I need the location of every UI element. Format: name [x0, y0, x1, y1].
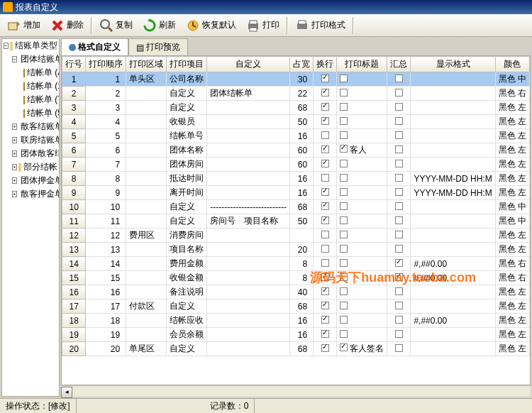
- cell-color[interactable]: 黑色 左: [495, 172, 529, 186]
- cell-item[interactable]: 项目名称: [167, 243, 207, 257]
- cell-width[interactable]: 16: [290, 172, 314, 186]
- cell-sum[interactable]: [387, 342, 411, 356]
- cell-width[interactable]: 68: [290, 200, 314, 214]
- cell-break[interactable]: [314, 342, 337, 356]
- cell-order[interactable]: 16: [86, 285, 126, 299]
- cell-color[interactable]: 黑色 左: [495, 101, 529, 115]
- checkbox[interactable]: [340, 231, 348, 238]
- tree-node[interactable]: +团体散客结账单: [2, 147, 59, 160]
- cell-break[interactable]: [314, 72, 337, 87]
- cell-custom[interactable]: [207, 143, 290, 158]
- cell-color[interactable]: 黑色 左: [495, 158, 529, 172]
- cell-area[interactable]: [126, 143, 167, 158]
- checkbox[interactable]: [321, 89, 329, 97]
- cell-order[interactable]: 3: [86, 101, 126, 115]
- table-row[interactable]: 9 9 离开时间 16 YYYY-MM-DD HH:M 黑色 左: [62, 186, 530, 200]
- checkbox[interactable]: [395, 287, 403, 295]
- cell-width[interactable]: 16: [290, 314, 314, 328]
- checkbox[interactable]: [340, 316, 348, 324]
- checkbox[interactable]: [340, 188, 348, 196]
- cell-color[interactable]: 黑色 左: [495, 328, 529, 342]
- cell-format[interactable]: #,##0.00: [411, 271, 495, 285]
- checkbox[interactable]: [340, 89, 348, 97]
- checkbox[interactable]: [321, 188, 329, 196]
- cell-custom[interactable]: [207, 129, 290, 143]
- cell-title[interactable]: [337, 243, 387, 257]
- cell-format[interactable]: [411, 328, 495, 342]
- checkbox[interactable]: [340, 273, 348, 281]
- cell-item[interactable]: 结帐单号: [167, 129, 207, 143]
- cell-area[interactable]: [126, 129, 167, 143]
- table-row[interactable]: 5 5 结帐单号 16 黑色 左: [62, 129, 530, 143]
- cell-color[interactable]: 黑色 右: [495, 87, 529, 101]
- cell-item[interactable]: 消费房间: [167, 228, 207, 243]
- cell-area[interactable]: 单尾区: [126, 342, 167, 356]
- cell-title[interactable]: [337, 72, 387, 87]
- checkbox[interactable]: [321, 174, 329, 182]
- checkbox[interactable]: [340, 302, 348, 309]
- cell-order[interactable]: 19: [86, 328, 126, 342]
- tab-format[interactable]: 格式自定义: [61, 38, 128, 55]
- checkbox[interactable]: [340, 131, 348, 139]
- cell-break[interactable]: [314, 143, 337, 158]
- cell-area[interactable]: [126, 115, 167, 129]
- tree-root[interactable]: −结账单类型: [2, 39, 59, 53]
- cell-width[interactable]: 8: [290, 257, 314, 271]
- expand-icon[interactable]: +: [12, 177, 17, 184]
- cell-color[interactable]: 黑色 左: [495, 299, 529, 314]
- table-row[interactable]: 20 20 单尾区 自定义 68 客人签名 黑色 左: [62, 342, 530, 356]
- cell-format[interactable]: YYYY-MM-DD HH:M: [411, 186, 495, 200]
- delete-button[interactable]: 删除: [46, 17, 88, 34]
- cell-order[interactable]: 6: [86, 143, 126, 158]
- cell-area[interactable]: 付款区: [126, 299, 167, 314]
- cell-item[interactable]: 自定义: [167, 342, 207, 356]
- cell-item[interactable]: 会员余额: [167, 328, 207, 342]
- cell-custom[interactable]: [207, 72, 290, 87]
- cell-order[interactable]: 20: [86, 342, 126, 356]
- cell-sum[interactable]: [387, 243, 411, 257]
- cell-order[interactable]: 17: [86, 299, 126, 314]
- cell-order[interactable]: 13: [86, 243, 126, 257]
- cell-item[interactable]: 自定义: [167, 87, 207, 101]
- checkbox[interactable]: [340, 75, 348, 82]
- table-row[interactable]: 12 12 费用区 消费房间 黑色 左: [62, 228, 530, 243]
- cell-sum[interactable]: [387, 115, 411, 129]
- checkbox[interactable]: [321, 216, 329, 224]
- cell-area[interactable]: [126, 314, 167, 328]
- add-button[interactable]: 增加: [3, 17, 45, 34]
- cell-area[interactable]: [126, 214, 167, 228]
- cell-width[interactable]: [290, 228, 314, 243]
- cell-format[interactable]: [411, 299, 495, 314]
- tree-leaf[interactable]: 结帐单 (A4): [2, 66, 59, 79]
- cell-area[interactable]: 费用区: [126, 228, 167, 243]
- checkbox[interactable]: [340, 145, 348, 153]
- cell-width[interactable]: 68: [290, 101, 314, 115]
- table-row[interactable]: 10 10 自定义 --------------------------- 68…: [62, 200, 530, 214]
- checkbox[interactable]: [395, 174, 403, 182]
- cell-format[interactable]: [411, 158, 495, 172]
- checkbox[interactable]: [321, 302, 329, 309]
- checkbox[interactable]: [321, 103, 329, 111]
- cell-order[interactable]: 12: [86, 228, 126, 243]
- cell-item[interactable]: 收银金额: [167, 271, 207, 285]
- cell-width[interactable]: 30: [290, 72, 314, 87]
- cell-break[interactable]: [314, 129, 337, 143]
- cell-order[interactable]: 18: [86, 314, 126, 328]
- cell-format[interactable]: [411, 342, 495, 356]
- cell-break[interactable]: [314, 243, 337, 257]
- table-row[interactable]: 15 15 收银金额 8 #,##0.00 黑色 右: [62, 271, 530, 285]
- col-header[interactable]: 行号: [62, 57, 86, 72]
- cell-order[interactable]: 1: [86, 72, 126, 87]
- cell-break[interactable]: [314, 228, 337, 243]
- cell-order[interactable]: 5: [86, 129, 126, 143]
- cell-title[interactable]: 客人: [337, 143, 387, 158]
- cell-sum[interactable]: [387, 328, 411, 342]
- cell-sum[interactable]: [387, 101, 411, 115]
- cell-area[interactable]: 单头区: [126, 72, 167, 87]
- cell-order[interactable]: 10: [86, 200, 126, 214]
- cell-width[interactable]: 60: [290, 158, 314, 172]
- cell-width[interactable]: 68: [290, 299, 314, 314]
- cell-area[interactable]: [126, 158, 167, 172]
- cell-sum[interactable]: [387, 72, 411, 87]
- checkbox[interactable]: [340, 160, 348, 167]
